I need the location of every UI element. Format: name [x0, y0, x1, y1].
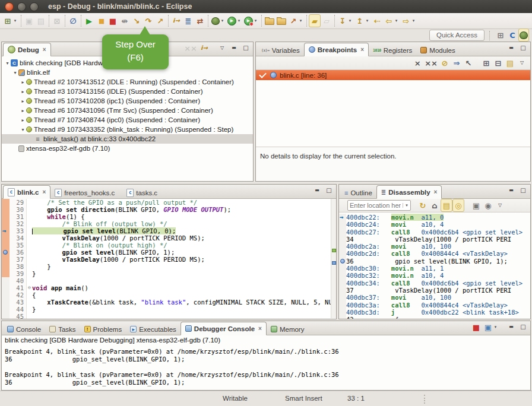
view-menu-button[interactable]: ▽	[516, 56, 528, 69]
debug-tree[interactable]: ▾Cblink checking [GDB Hardware Debugging…	[2, 56, 253, 181]
tab-disassembly-close-icon[interactable]	[434, 189, 438, 195]
code-line[interactable]: 39}	[2, 270, 336, 277]
annotation-ruler[interactable]	[2, 213, 10, 220]
minimize-button[interactable]: ▬	[505, 184, 517, 197]
tab-debug-close-icon[interactable]	[43, 46, 46, 53]
open-folder-button[interactable]	[276, 14, 287, 27]
expand-all-button[interactable]: ⊞	[480, 56, 492, 69]
code-line[interactable]: 45	[2, 313, 336, 319]
forward-button[interactable]: ⇨▾	[400, 14, 417, 27]
code-line[interactable]: 44}	[2, 306, 336, 313]
debug-tree-row[interactable]: ▸Thread #5 1073410208 (ipc1) (Suspended …	[2, 96, 253, 106]
annotation-ruler[interactable]	[2, 284, 10, 291]
group-breakpoints-button[interactable]: ▤	[504, 56, 516, 69]
next-annotation-button[interactable]: ↧▾	[337, 14, 354, 27]
annotation-ruler[interactable]	[2, 291, 10, 299]
launch-button[interactable]: ↗▾	[287, 14, 305, 27]
tab-breakpoints[interactable]: Breakpoints	[304, 43, 369, 56]
debug-tree-row[interactable]: ▸Thread #2 1073413512 (IDLE : Running) (…	[2, 77, 253, 87]
overview-ruler[interactable]	[331, 199, 336, 318]
disassembly-line[interactable]: 400dbc30: movi.n a11, 1	[339, 265, 530, 272]
disassembly-listing[interactable]: →400dbc22: movi.n a11, 0400dbc24: movi a…	[339, 212, 530, 319]
home-button[interactable]: ⌂	[429, 199, 441, 212]
run-button[interactable]: ▶▾	[226, 14, 243, 27]
annotation-ruler[interactable]	[2, 299, 10, 306]
code-line[interactable]: 40	[2, 277, 336, 284]
tree-expander-icon[interactable]: ▾	[4, 61, 11, 66]
pin-view-button[interactable]: ◉	[482, 199, 494, 212]
annotation-ruler[interactable]: →	[2, 227, 10, 234]
breakpoint-checkbox[interactable]	[259, 71, 267, 78]
maximize-button[interactable]: □	[323, 184, 335, 197]
terminate-button[interactable]: ■	[107, 14, 119, 27]
display-console-dropdown-icon[interactable]: ▾	[493, 325, 498, 329]
breakpoint-marker-icon[interactable]	[3, 250, 8, 255]
disassembly-line[interactable]: 400dbc32: movi.n a10, 4	[339, 272, 530, 279]
tab-variables[interactable]: Variables	[257, 44, 304, 56]
back-dropdown-icon[interactable]: ▾	[394, 18, 399, 23]
cpp-perspective-button[interactable]: C	[506, 28, 518, 42]
maximize-button[interactable]: □	[517, 321, 529, 334]
tab-debugger-console[interactable]: Debugger Console	[180, 322, 267, 335]
disassembly-line[interactable]: 400dbc2a: movi a10, 100	[339, 243, 530, 250]
debug-tree-row[interactable]: ▸Thread #6 1073431096 (Tmr Svc) (Suspend…	[2, 106, 253, 115]
previous-annotation-dropdown-icon[interactable]: ▾	[365, 18, 370, 23]
code-line[interactable]: 41⊖void app_main()	[2, 284, 336, 291]
annotation-ruler[interactable]	[2, 306, 10, 313]
annotation-ruler[interactable]	[2, 313, 10, 319]
tab-modules[interactable]: Modules	[416, 44, 459, 56]
debug-tree-row[interactable]: ≡blink_task() at blink.c:33 0x400dbc22	[2, 134, 253, 144]
tree-expander-icon[interactable]: ▸	[20, 118, 26, 123]
disassembly-line[interactable]: 42 {	[339, 316, 530, 319]
external-tools-button[interactable]: ▶▾	[243, 14, 259, 27]
debug-perspective-button[interactable]	[518, 28, 529, 42]
code-line[interactable]: 34 vTaskDelay(1000 / portTICK_PERIOD_MS)…	[2, 234, 336, 242]
minimize-button[interactable]: ▬	[505, 321, 517, 334]
disassembly-line[interactable]: 400dbc27: call8 0x400dc6b4 <gpio_set_lev…	[339, 229, 530, 236]
tab-freertos-hooks-c[interactable]: freertos_hooks.c	[50, 186, 119, 199]
annotation-ruler[interactable]	[2, 277, 10, 284]
back-button[interactable]: ⇦▾	[383, 14, 400, 27]
window-maximize-button[interactable]	[30, 2, 39, 11]
debug-tree-row[interactable]: ▸Thread #3 1073413156 (IDLE) (Suspended …	[2, 87, 253, 96]
external-tools-dropdown-icon[interactable]: ▾	[253, 18, 258, 23]
annotation-ruler[interactable]	[2, 206, 10, 213]
debug-tree-row[interactable]: ▸Thread #7 1073408744 (ipc0) (Suspended …	[2, 115, 253, 125]
maximize-button[interactable]: □	[517, 184, 529, 197]
location-input[interactable]	[348, 202, 403, 209]
show-breakpoint-skip-button[interactable]: ⊘	[439, 56, 451, 69]
maximize-button[interactable]: □	[517, 42, 529, 55]
code-line[interactable]: 42{	[2, 291, 336, 299]
debug-sourcelookup-button[interactable]: ⇄	[194, 14, 206, 27]
code-line[interactable]: 43 xTaskCreate(&blink_task, "blink_task"…	[2, 299, 336, 306]
tab-blink-c[interactable]: blink.c	[3, 185, 50, 199]
tab-registers[interactable]: Registers	[369, 44, 416, 56]
code-line[interactable]: 32 /* Blink off (output low) */	[2, 220, 336, 227]
step-into-button[interactable]: ↘	[131, 14, 142, 27]
tab-console[interactable]: Console	[3, 323, 45, 335]
show-source-button[interactable]: ▤	[441, 199, 452, 212]
tree-expander-icon[interactable]: ▸	[20, 80, 26, 85]
remove-all-breakpoints-button[interactable]: ××	[423, 56, 439, 69]
breakpoint-marker-icon[interactable]	[340, 259, 345, 264]
disassembly-line[interactable]: 37 vTaskDelay(1000 / portTICK_PERI	[339, 287, 530, 294]
tab-outline[interactable]: Outline	[340, 186, 376, 199]
skip-all-breakpoints-button[interactable]: ∅	[67, 14, 79, 27]
annotation-ruler[interactable]	[2, 220, 10, 227]
track-pc-button[interactable]: ◎	[452, 199, 464, 212]
display-console-button[interactable]: ▣▾	[482, 321, 499, 334]
disassembly-line[interactable]: 400dbc3d: j 0x400dbc22 <blink_task+18>	[339, 309, 530, 316]
disassembly-line[interactable]: 400dbc34: call8 0x400dc6b4 <gpio_set_lev…	[339, 280, 530, 287]
last-edit-location-button[interactable]: ⇠	[371, 14, 383, 27]
new-wizard-button[interactable]: ⊞▾	[2, 14, 19, 27]
resume-button[interactable]: ▶	[83, 14, 95, 27]
new-disassembly-view-button[interactable]: ▣	[470, 199, 482, 212]
maximize-button[interactable]: □	[240, 42, 252, 55]
annotation-ruler[interactable]	[2, 234, 10, 242]
code-line[interactable]: →33 gpio_set_level(BLINK_GPIO, 0);	[2, 227, 336, 234]
disassembly-line[interactable]: 34 vTaskDelay(1000 / portTICK_PERI	[339, 236, 530, 243]
tree-expander-icon[interactable]: ▸	[20, 108, 26, 113]
disassembly-line[interactable]: →400dbc22: movi.n a11, 0	[339, 214, 530, 221]
window-close-button[interactable]	[5, 2, 14, 11]
minimize-button[interactable]: ▬	[311, 184, 323, 197]
